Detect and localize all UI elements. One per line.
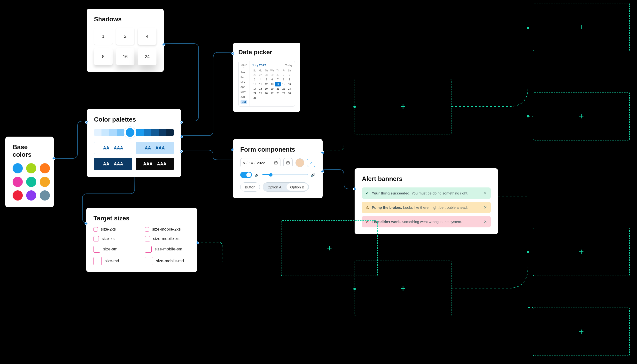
calendar-day[interactable]: 26 [252, 73, 258, 77]
color-swatch[interactable] [26, 163, 36, 174]
calendar-day[interactable]: 1 [281, 73, 286, 77]
color-swatch[interactable] [40, 177, 50, 187]
close-icon[interactable]: ✕ [484, 220, 487, 224]
volume-slider[interactable] [262, 174, 308, 175]
placeholder-slot[interactable]: + [533, 228, 630, 276]
calendar-day[interactable]: 25 [258, 91, 264, 96]
calendar-day[interactable]: 2 [286, 73, 292, 77]
toggle-switch[interactable] [240, 172, 252, 178]
calendar-day[interactable]: 16 [286, 82, 292, 86]
placeholder-slot[interactable]: + [354, 79, 452, 134]
calendar-day[interactable]: 27 [258, 73, 264, 77]
calendar-day[interactable]: 8 [281, 77, 286, 82]
calendar-day[interactable]: 28 [275, 91, 281, 96]
calendar-day[interactable]: 13 [269, 82, 275, 86]
color-swatch[interactable] [26, 190, 36, 200]
calendar-day[interactable]: 27 [269, 91, 275, 96]
confirm-button[interactable] [307, 159, 315, 167]
color-swatch[interactable] [26, 177, 36, 187]
target-size-label: size-sm [103, 247, 118, 252]
calendar-day[interactable]: 17 [252, 86, 258, 91]
color-swatch[interactable] [12, 190, 23, 200]
selected-shade-dot[interactable] [126, 128, 134, 137]
card-title: Color palettes [94, 116, 174, 123]
segment-option-a[interactable]: Option A [263, 182, 286, 191]
calendar-day[interactable]: 24 [252, 91, 258, 96]
calendar-day[interactable]: 18 [258, 86, 264, 91]
calendar-day[interactable]: 6 [269, 77, 275, 82]
calendar-day[interactable]: 10 [252, 82, 258, 86]
target-size-label: size-md [105, 259, 119, 264]
month-item[interactable]: Mar [240, 81, 247, 84]
date-range-button[interactable] [284, 158, 292, 167]
calendar-day[interactable]: 7 [275, 77, 281, 82]
calendar-weeks[interactable]: 2627282930123456789101112131415161718192… [252, 73, 292, 100]
segment-option-b[interactable]: Option B [286, 183, 308, 190]
calendar-day[interactable]: 29 [269, 73, 275, 77]
calendar-day[interactable] [275, 96, 281, 100]
calendar-day[interactable]: 28 [264, 73, 269, 77]
card-date-picker: Date picker 2022▾ JanFebMarAprMayJunJul … [233, 42, 300, 112]
connector-dot [180, 150, 182, 152]
avatar[interactable] [296, 158, 304, 167]
primary-button[interactable]: Button [240, 182, 260, 192]
placeholder-slot[interactable]: + [281, 220, 378, 276]
calendar-day[interactable]: 23 [286, 86, 292, 91]
calendar-day[interactable] [281, 96, 286, 100]
month-item[interactable]: May [240, 90, 247, 93]
date-picker-body[interactable]: 2022▾ JanFebMarAprMayJunJul July 2022 To… [238, 61, 295, 106]
month-item[interactable]: Jun [240, 95, 247, 98]
shade-swatch[interactable] [136, 129, 144, 136]
calendar[interactable]: July 2022 Today SuMoTuWeThFrSa 262728293… [250, 61, 295, 106]
calendar-day[interactable]: 9 [286, 77, 292, 82]
calendar-day[interactable]: 30 [286, 91, 292, 96]
calendar-day[interactable]: 12 [264, 82, 269, 86]
month-item[interactable]: Jan [240, 71, 247, 74]
shade-swatch[interactable] [109, 129, 117, 136]
calendar-day[interactable]: 31 [252, 96, 258, 100]
calendar-day[interactable] [264, 96, 269, 100]
calendar-day[interactable]: 21 [275, 86, 281, 91]
color-swatch[interactable] [12, 163, 23, 174]
node-dot [354, 106, 356, 108]
calendar-day[interactable]: 19 [264, 86, 269, 91]
color-swatch[interactable] [12, 177, 23, 187]
shade-swatch[interactable] [117, 129, 124, 136]
calendar-day[interactable]: 26 [264, 91, 269, 96]
calendar-day[interactable] [258, 96, 264, 100]
shade-swatch[interactable] [94, 129, 102, 136]
segmented-control[interactable]: Option A Option B [263, 182, 309, 192]
shade-swatch[interactable] [159, 129, 166, 136]
close-icon[interactable]: ✕ [484, 205, 487, 210]
shade-swatch[interactable] [144, 129, 151, 136]
today-link[interactable]: Today [285, 64, 292, 67]
calendar-day[interactable]: 29 [281, 91, 286, 96]
card-title: Alert banners [362, 175, 491, 182]
calendar-day[interactable]: 3 [252, 77, 258, 82]
month-item[interactable]: Apr [240, 86, 247, 88]
placeholder-slot[interactable]: + [533, 92, 630, 140]
calendar-day[interactable]: 30 [275, 73, 281, 77]
date-input[interactable]: 5/ 14/ 2022 [240, 158, 280, 167]
placeholder-slot[interactable]: + [533, 308, 630, 356]
color-swatch[interactable] [40, 163, 50, 174]
placeholder-slot[interactable]: + [533, 3, 630, 51]
month-item[interactable]: Feb [240, 76, 247, 79]
connector-dot [163, 44, 165, 46]
calendar-day[interactable]: 15 [281, 82, 286, 86]
month-item[interactable]: Jul [240, 100, 247, 104]
calendar-day[interactable]: 14 [275, 82, 281, 86]
calendar-day[interactable]: 22 [281, 86, 286, 91]
calendar-day[interactable]: 5 [264, 77, 269, 82]
calendar-day[interactable] [269, 96, 275, 100]
calendar-day[interactable]: 4 [258, 77, 264, 82]
shade-swatch[interactable] [166, 129, 174, 136]
calendar-day[interactable] [286, 96, 292, 100]
calendar-day[interactable]: 20 [269, 86, 275, 91]
shade-swatch[interactable] [151, 129, 159, 136]
shade-swatch[interactable] [102, 129, 109, 136]
calendar-day[interactable]: 11 [258, 82, 264, 86]
color-swatch[interactable] [40, 190, 50, 200]
close-icon[interactable]: ✕ [484, 191, 487, 196]
month-list[interactable]: 2022▾ JanFebMarAprMayJunJul [238, 61, 250, 106]
